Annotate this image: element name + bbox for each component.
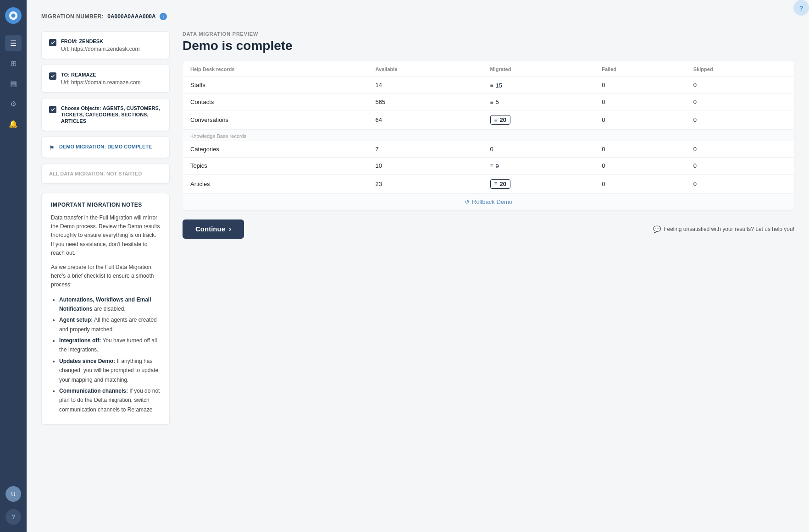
migration-table: Help Desk records Available Migrated Fai… [183, 61, 794, 210]
settings-menu-icon: ⚙ [10, 99, 17, 108]
list-item: Updates since Demo: If anything has chan… [59, 356, 160, 384]
left-panel: From: ZENDESK Url: https://domain.zendes… [41, 31, 170, 425]
list-count-icon: ≡ [490, 82, 493, 88]
badge-list-icon: ≡ [494, 181, 498, 187]
record-label: Articles [183, 174, 368, 193]
table-row: Contacts 565 ≡ 5 0 0 [183, 93, 794, 110]
header-row: MIGRATION NUMBER: 0A000A0AAA000A i [41, 13, 794, 20]
col-header-records: Help Desk records [183, 62, 368, 77]
objects-label: Choose Objects: AGENTS, CUSTOMERS, TICKE… [61, 105, 162, 124]
table-row: Articles 23 ≡ 20 0 0 [183, 174, 794, 193]
available-value: 7 [368, 141, 483, 158]
list-item: Agent setup: All the agents are created … [59, 315, 160, 334]
migrated-value: ≡ 15 [483, 77, 595, 94]
migrated-badge[interactable]: ≡ 20 [490, 115, 510, 125]
info-icon[interactable]: i [160, 13, 167, 20]
to-card: To: REAMAZE Url: https://domain.reamaze.… [41, 65, 170, 93]
list-menu-icon: ☰ [10, 39, 17, 48]
migration-number-label: MIGRATION NUMBER: [41, 13, 104, 20]
rollback-label: Rollback Demo [472, 198, 512, 205]
chevron-right-icon: › [229, 225, 231, 233]
rollback-row: ↺ Rollback Demo [183, 193, 794, 210]
right-panel: ? DATA MIGRATION PREVIEW Demo is complet… [183, 31, 794, 239]
rollback-demo-button[interactable]: ↺ Rollback Demo [465, 198, 512, 205]
migration-notes-card: IMPORTANT MIGRATION NOTES Data transfer … [41, 193, 170, 425]
sidebar-help-button[interactable]: ? [6, 509, 21, 525]
table-row: Topics 10 ≡ 9 0 0 [183, 158, 794, 175]
sidebar-item-settings[interactable]: ⚙ [5, 95, 22, 112]
content-layout: From: ZENDESK Url: https://domain.zendes… [41, 31, 794, 425]
all-migration-label: All data migration: NOT STARTED [49, 170, 162, 177]
section-row: Knowledge Base records [183, 130, 794, 141]
notes-paragraph1: Data transfer in the Full Migration will… [51, 214, 160, 258]
migrated-value: ≡ 5 [483, 93, 595, 110]
sidebar-logo[interactable] [5, 7, 22, 24]
migrated-value: ≡ 20 [483, 174, 595, 193]
chat-icon: 💬 [653, 225, 661, 233]
record-label: Categories [183, 141, 368, 158]
demo-label: Demo migration: DEMO COMPLETE [59, 143, 152, 150]
avatar-initials: U [11, 491, 15, 498]
sidebar-item-notifications[interactable]: 🔔 [5, 115, 22, 132]
avatar[interactable]: U [6, 486, 21, 502]
available-value: 64 [368, 110, 483, 130]
rollback-icon: ↺ [465, 198, 470, 205]
skipped-value: 0 [686, 110, 794, 130]
migration-number-value: 0A000A0AAA000A [107, 13, 155, 20]
sidebar-item-grid[interactable]: ⊞ [5, 55, 22, 71]
all-migration-card: All data migration: NOT STARTED [41, 164, 170, 184]
objects-checkbox[interactable] [49, 106, 56, 113]
col-header-migrated: Migrated [483, 62, 595, 77]
demo-migration-card: ⚑ Demo migration: DEMO COMPLETE [41, 137, 170, 158]
available-value: 565 [368, 93, 483, 110]
skipped-value: 0 [686, 77, 794, 94]
record-label: Conversations [183, 110, 368, 130]
table-row: Staffs 14 ≡ 15 0 0 [183, 77, 794, 94]
from-url: Url: https://domain.zendesk.com [61, 46, 139, 52]
to-checkbox[interactable] [49, 72, 56, 80]
sidebar-item-list[interactable]: ☰ [5, 35, 22, 51]
list-count-icon: ≡ [490, 163, 493, 169]
list-count-icon: ≡ [490, 99, 493, 105]
from-card: From: ZENDESK Url: https://domain.zendes… [41, 31, 170, 59]
flag-icon: ⚑ [49, 144, 55, 151]
preview-title: Demo is complete [183, 38, 794, 53]
objects-card: Choose Objects: AGENTS, CUSTOMERS, TICKE… [41, 98, 170, 131]
available-value: 14 [368, 77, 483, 94]
record-label: Staffs [183, 77, 368, 94]
from-checkbox[interactable] [49, 39, 56, 46]
to-url: Url: https://domain.reamaze.com [61, 79, 140, 86]
satisfaction-text: 💬 Feeling unsatisfied with your results?… [653, 225, 794, 233]
help-circle-button[interactable]: ? [793, 0, 809, 16]
kb-section-label: Knowledge Base records [183, 130, 794, 141]
sidebar-item-chart[interactable]: ▦ [5, 75, 22, 92]
available-value: 10 [368, 158, 483, 175]
failed-value: 0 [594, 110, 686, 130]
skipped-value: 0 [686, 158, 794, 175]
bottom-row: Continue › 💬 Feeling unsatisfied with yo… [183, 219, 794, 239]
main-content: MIGRATION NUMBER: 0A000A0AAA000A i From:… [27, 0, 809, 532]
continue-label: Continue [195, 225, 225, 233]
continue-button[interactable]: Continue › [183, 219, 244, 239]
table-row: Conversations 64 ≡ 20 0 0 [183, 110, 794, 130]
migrated-value: ≡ 9 [483, 158, 595, 175]
to-label: To: REAMAZE [61, 71, 140, 78]
chart-menu-icon: ▦ [10, 79, 17, 88]
preview-section-label: DATA MIGRATION PREVIEW [183, 31, 794, 37]
notes-paragraph2: As we prepare for the Full Data Migratio… [51, 263, 160, 290]
notes-list: Automations, Workflows and Email Notific… [51, 295, 160, 415]
skipped-value: 0 [686, 93, 794, 110]
badge-list-icon: ≡ [494, 117, 498, 123]
svg-point-1 [11, 13, 15, 17]
failed-value: 0 [594, 174, 686, 193]
available-value: 23 [368, 174, 483, 193]
migrated-badge[interactable]: ≡ 20 [490, 179, 510, 189]
migrated-value: ≡ 20 [483, 110, 595, 130]
from-label: From: ZENDESK [61, 38, 139, 44]
grid-menu-icon: ⊞ [11, 59, 17, 68]
failed-value: 0 [594, 93, 686, 110]
col-header-available: Available [368, 62, 483, 77]
failed-value: 0 [594, 141, 686, 158]
sidebar: ☰ ⊞ ▦ ⚙ 🔔 U ? [0, 0, 27, 532]
bell-menu-icon: 🔔 [9, 120, 18, 128]
